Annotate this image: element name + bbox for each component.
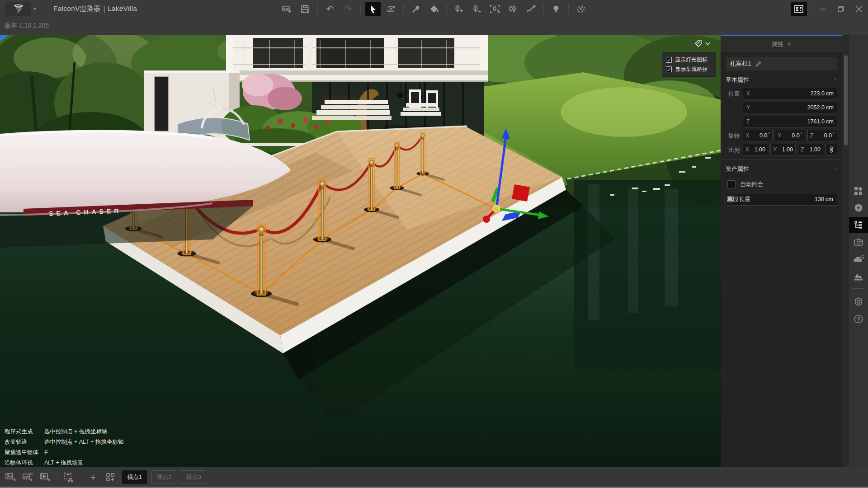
toolbar-separator: [81, 471, 81, 483]
app-menu-button[interactable]: [5, 2, 31, 16]
scale-x-input[interactable]: X1.00: [743, 144, 768, 155]
gizmo-plane-red[interactable]: [512, 184, 530, 202]
maximize-button[interactable]: [832, 2, 850, 16]
rotation-z-input[interactable]: Z0.0°: [807, 130, 837, 141]
light-tool-button[interactable]: [548, 2, 564, 16]
gizmo-control-point[interactable]: [483, 216, 490, 223]
basic-section-header[interactable]: 基本属性 ⌃: [726, 72, 837, 88]
export-executable-button[interactable]: EXE: [279, 2, 295, 16]
transform-sync-tool-button[interactable]: [383, 2, 399, 16]
scale-y-input[interactable]: Y1.00: [770, 144, 796, 155]
rotation-label: 旋转: [726, 130, 743, 141]
scrollbar-thumb[interactable]: [844, 55, 848, 145]
vegetation-add-tool-button[interactable]: [451, 2, 467, 16]
close-icon[interactable]: ✕: [787, 41, 791, 47]
show-traffic-path-row[interactable]: ✓ 显示车流路径: [666, 65, 712, 74]
ribbon-separator: [853, 288, 864, 289]
shortcut-hints: 程序式生成选中控制点 + 拖拽坐标轴 改变轨迹选中控制点 + ALT + 拖拽坐…: [5, 427, 123, 467]
path-draw-tool-button[interactable]: [524, 2, 539, 16]
edit-pencil-icon[interactable]: [755, 61, 762, 67]
render-video-button[interactable]: [38, 470, 52, 484]
toolbar-separator: [446, 4, 447, 14]
svg-text:AI: AI: [29, 472, 33, 475]
undo-button[interactable]: ↶: [322, 2, 338, 16]
rotation-x-input[interactable]: X0.0°: [743, 130, 773, 141]
weather-button[interactable]: [849, 251, 868, 267]
paint-bucket-tool-button[interactable]: [426, 2, 442, 16]
version-bar: 版本 1.10.1.205: [0, 18, 868, 35]
checkbox-unchecked-icon[interactable]: [727, 180, 736, 188]
add-viewpoint-button[interactable]: +: [86, 470, 100, 484]
panel-scrollbar[interactable]: [842, 35, 849, 467]
terrain-button[interactable]: [849, 268, 868, 285]
gizmo-center[interactable]: [493, 206, 500, 212]
svg-text:?: ?: [857, 316, 860, 323]
position-label: 位置: [726, 88, 743, 127]
eyedropper-tool-button[interactable]: [408, 2, 424, 16]
app-title: FalconV渲染器｜LakeVilla: [53, 5, 137, 13]
assets-library-button[interactable]: [849, 183, 868, 199]
render-ai-image-button[interactable]: AI: [21, 470, 35, 484]
tornado-logo-icon: [12, 4, 24, 14]
viewpoint-tab-3[interactable]: 视点3: [181, 470, 206, 484]
auto-close-row[interactable]: 自动闭合: [727, 180, 837, 188]
viewpoint-grid-button[interactable]: [103, 470, 118, 484]
layout-grid-button[interactable]: [791, 2, 807, 16]
render-image-button[interactable]: [4, 470, 18, 484]
scale-label: 比例: [726, 144, 743, 155]
select-tool-button[interactable]: [365, 2, 381, 16]
rotation-y-input[interactable]: Y0.0°: [775, 130, 805, 141]
outliner-list-button[interactable]: [849, 217, 868, 233]
save-button[interactable]: [297, 2, 313, 16]
position-x-input[interactable]: X223.0 cm: [743, 88, 837, 99]
toolbar-separator: [543, 4, 544, 14]
vegetation-brush-tool-button[interactable]: [487, 2, 503, 16]
show-light-icons-row[interactable]: ✓ 显示灯光图标: [666, 55, 712, 65]
render-scene: SEA CHASER: [0, 35, 721, 467]
chevron-down-icon[interactable]: ▾: [33, 6, 36, 12]
app-window: ▾ FalconV渲染器｜LakeVilla EXE ↶ ↷: [0, 0, 868, 488]
right-ribbon: ?: [849, 35, 868, 467]
properties-tab[interactable]: 属性 ✕: [721, 35, 842, 52]
checkbox-checked-icon[interactable]: ✓: [666, 57, 672, 63]
viewpoint-tab-2[interactable]: 视点2: [151, 470, 176, 484]
main-toolbar: EXE ↶ ↷: [279, 0, 589, 18]
checkbox-checked-icon[interactable]: ✓: [666, 66, 672, 72]
vegetation-remove-tool-button[interactable]: [469, 2, 485, 16]
window-controls: [791, 0, 868, 18]
camera-button[interactable]: [849, 234, 868, 250]
position-y-input[interactable]: Y2052.0 cm: [743, 102, 837, 113]
bottom-bar: AI + 视点1 视点2 视点3: [0, 467, 868, 488]
display-options-trigger[interactable]: [694, 40, 710, 48]
help-button[interactable]: ?: [849, 311, 868, 327]
vegetation-batch-tool-button[interactable]: [505, 2, 521, 16]
viewpoint-tab-1[interactable]: 视点1: [122, 470, 147, 484]
version-label: 版本 1.10.1.205: [5, 22, 49, 30]
position-z-input[interactable]: Z1761.0 cm: [743, 116, 837, 127]
viewport-3d[interactable]: SEA CHASER: [0, 35, 721, 467]
properties-tab-title: 属性: [771, 40, 783, 48]
object-name: 礼宾柱1: [730, 60, 751, 68]
minimize-button[interactable]: [814, 2, 832, 16]
properties-panel: 属性 ✕ 礼宾柱1 基本属性 ⌃ 位置 X223.0 cm Y2052.0 cm: [721, 35, 842, 467]
object-name-row[interactable]: 礼宾柱1: [726, 57, 837, 70]
display-options-panel: ✓ 显示灯光图标 ✓ 显示车流路径: [662, 52, 716, 77]
close-button[interactable]: [850, 2, 868, 16]
asset-section-header[interactable]: 资产属性 ⌃: [726, 161, 837, 177]
time-of-day-tool-button[interactable]: [573, 2, 589, 16]
redo-button[interactable]: ↷: [340, 2, 356, 16]
svg-text:EXE: EXE: [283, 8, 289, 10]
scale-z-input[interactable]: Z1.00: [798, 144, 823, 155]
segment-length-input[interactable]: 单段长度 130 cm: [726, 193, 837, 206]
chevron-up-icon[interactable]: ⌃: [833, 167, 837, 171]
section-divider: [721, 159, 842, 160]
crop-capture-button[interactable]: [62, 470, 76, 484]
chevron-up-icon[interactable]: ⌃: [833, 78, 837, 82]
toolbar-separator: [57, 471, 57, 483]
material-sphere-button[interactable]: [849, 200, 868, 216]
link-scale-icon[interactable]: [826, 144, 837, 155]
viewport-corner-marker: [0, 35, 8, 42]
settings-button[interactable]: [849, 294, 868, 310]
tag-icon: [694, 40, 703, 48]
toolbar-separator: [317, 4, 318, 14]
